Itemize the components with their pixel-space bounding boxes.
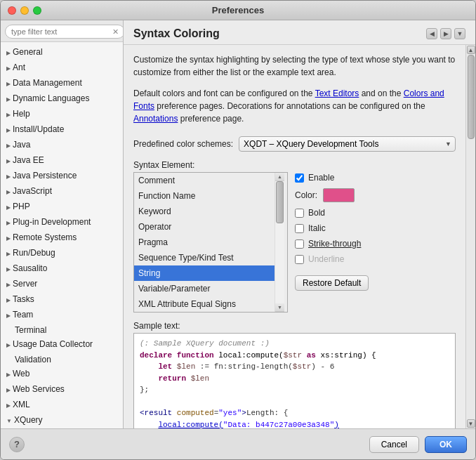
- enable-label: Enable: [308, 173, 334, 183]
- sidebar-item-validation[interactable]: Validation: [1, 353, 123, 367]
- sidebar-item-usage-data[interactable]: Usage Data Collector: [1, 337, 123, 353]
- enable-checkbox[interactable]: [295, 173, 304, 183]
- scroll-down-button[interactable]: ▼: [467, 419, 475, 428]
- desc-text-4: preference pages. Decorations for annota…: [154, 101, 425, 111]
- underline-row: Underline: [295, 254, 456, 264]
- nav-forward-button[interactable]: ▶: [440, 28, 451, 39]
- scroll-up-button[interactable]: ▲: [467, 46, 475, 54]
- sidebar-item-general[interactable]: General: [1, 45, 123, 60]
- ok-button[interactable]: OK: [425, 436, 467, 453]
- close-button[interactable]: [8, 6, 16, 15]
- sidebar-item-team[interactable]: Team: [1, 308, 123, 323]
- syntax-element-label: Syntax Element:: [133, 160, 288, 170]
- list-scroll-track[interactable]: [275, 181, 284, 303]
- sidebar: ✕ GeneralAntData ManagementDynamic Langu…: [1, 20, 124, 428]
- color-row: Color:: [295, 188, 456, 202]
- desc-text-2: Default colors and font can be configure…: [133, 88, 315, 98]
- syntax-list-item[interactable]: Function Name: [134, 188, 275, 204]
- titlebar: Preferences: [1, 1, 475, 20]
- sidebar-item-xml[interactable]: XML: [1, 397, 123, 413]
- syntax-list-item[interactable]: Operator: [134, 219, 275, 235]
- sidebar-tree: GeneralAntData ManagementDynamic Languag…: [1, 42, 123, 428]
- scroll-thumb[interactable]: [468, 55, 475, 139]
- list-scroll-down-button[interactable]: ▼: [275, 303, 284, 312]
- list-scroll-up-button[interactable]: ▲: [275, 173, 284, 181]
- main-content: ✕ GeneralAntData ManagementDynamic Langu…: [1, 20, 475, 428]
- sidebar-item-ant[interactable]: Ant: [1, 60, 123, 76]
- list-scroll-thumb[interactable]: [276, 181, 284, 223]
- text-editors-link[interactable]: Text Editors: [315, 88, 359, 98]
- sidebar-item-java[interactable]: Java: [1, 138, 123, 153]
- sidebar-item-remote-systems[interactable]: Remote Systems: [1, 230, 123, 246]
- syntax-list: CommentFunction NameKeywordOperatorPragm…: [134, 173, 275, 312]
- syntax-list-item[interactable]: String: [134, 265, 275, 281]
- underline-checkbox[interactable]: [295, 255, 304, 264]
- description-block: Customize the syntax highlighting by sel…: [133, 53, 456, 79]
- main-panel: Syntax Coloring ◀ ▶ ▼ Customize the synt…: [124, 20, 475, 428]
- sidebar-item-help[interactable]: Help: [1, 107, 123, 122]
- nav-back-button[interactable]: ◀: [426, 28, 437, 39]
- syntax-list-item[interactable]: XML Attribute Equal Signs: [134, 296, 275, 312]
- sidebar-item-plugin[interactable]: Plug-in Development: [1, 215, 123, 230]
- strikethrough-checkbox[interactable]: [295, 239, 304, 249]
- sidebar-item-xquery[interactable]: XQuery: [1, 413, 123, 428]
- syntax-list-item[interactable]: Variable/Parameter: [134, 281, 275, 296]
- syntax-list-item[interactable]: Sequence Type/Kind Test: [134, 250, 275, 265]
- color-scheme-select-wrapper: XQDT – XQuery Development Tools ▼: [239, 136, 456, 152]
- sample-line-2: declare function local:compute($str as x…: [140, 350, 449, 362]
- window-title: Preferences: [212, 5, 264, 15]
- sidebar-item-php[interactable]: PHP: [1, 199, 123, 215]
- syntax-list-item[interactable]: Comment: [134, 173, 275, 188]
- sample-text-area[interactable]: (: Sample XQuery document :) declare fun…: [133, 333, 456, 428]
- description-links: Default colors and font can be configure…: [133, 87, 456, 125]
- desc-text-1: Customize the syntax highlighting by sel…: [133, 55, 455, 77]
- sidebar-item-java-persistence[interactable]: Java Persistence: [1, 169, 123, 184]
- color-swatch[interactable]: [323, 188, 355, 202]
- cancel-button[interactable]: Cancel: [369, 436, 419, 453]
- sidebar-item-data-management[interactable]: Data Management: [1, 76, 123, 91]
- sample-section: Sample text: (: Sample XQuery document :…: [133, 321, 456, 428]
- underline-label: Underline: [308, 254, 344, 264]
- sidebar-item-dynamic-languages[interactable]: Dynamic Languages: [1, 91, 123, 107]
- sidebar-item-server[interactable]: Server: [1, 277, 123, 292]
- sample-label: Sample text:: [133, 321, 456, 331]
- maximize-button[interactable]: [33, 6, 41, 15]
- color-scheme-select[interactable]: XQDT – XQuery Development Tools: [239, 136, 456, 152]
- panel-body: Customize the syntax highlighting by sel…: [124, 45, 465, 428]
- syntax-list-item[interactable]: Pragma: [134, 235, 275, 250]
- sample-line-1: (: Sample XQuery document :): [140, 338, 449, 350]
- sidebar-item-tasks[interactable]: Tasks: [1, 292, 123, 308]
- sidebar-item-sausalito[interactable]: Sausalito: [1, 261, 123, 277]
- syntax-list-item[interactable]: Keyword: [134, 204, 275, 219]
- panel-nav: ◀ ▶ ▼: [426, 28, 465, 39]
- sample-line-8: local:compute("Data: b447c27a00e3a348"): [140, 419, 449, 429]
- syntax-section: Syntax Element: CommentFunction NameKeyw…: [133, 160, 456, 313]
- restore-default-button[interactable]: Restore Default: [295, 275, 369, 291]
- nav-menu-button[interactable]: ▼: [454, 28, 465, 39]
- sample-line-6: [140, 396, 449, 408]
- sample-line-4: return $len: [140, 373, 449, 385]
- sample-line-7: <result computed="yes">Length: {: [140, 407, 449, 419]
- scroll-track[interactable]: [468, 55, 475, 419]
- sidebar-item-run-debug[interactable]: Run/Debug: [1, 246, 123, 261]
- sample-line-3: let $len := fn:string-length($str) - 6: [140, 361, 449, 373]
- color-label: Color:: [295, 190, 317, 200]
- sidebar-item-java-ee[interactable]: Java EE: [1, 153, 123, 169]
- italic-checkbox[interactable]: [295, 224, 304, 233]
- sidebar-item-install-update[interactable]: Install/Update: [1, 122, 123, 138]
- bold-checkbox[interactable]: [295, 209, 304, 218]
- sidebar-item-javascript[interactable]: JavaScript: [1, 184, 123, 199]
- strikethrough-row: Strike-through: [295, 239, 456, 249]
- sidebar-item-terminal[interactable]: Terminal: [1, 323, 123, 337]
- minimize-button[interactable]: [20, 6, 29, 15]
- color-scheme-row: Predefined color schemes: XQDT – XQuery …: [133, 136, 456, 152]
- help-button[interactable]: ?: [9, 437, 25, 452]
- sidebar-item-web-services[interactable]: Web Services: [1, 382, 123, 397]
- annotations-link[interactable]: Annotations: [133, 114, 178, 124]
- search-clear-icon[interactable]: ✕: [112, 27, 119, 37]
- sidebar-item-web[interactable]: Web: [1, 367, 123, 382]
- panel-title: Syntax Coloring: [133, 27, 220, 40]
- syntax-list-col: Syntax Element: CommentFunction NameKeyw…: [133, 160, 288, 313]
- strikethrough-label: Strike-through: [308, 239, 361, 249]
- search-input[interactable]: [5, 25, 124, 39]
